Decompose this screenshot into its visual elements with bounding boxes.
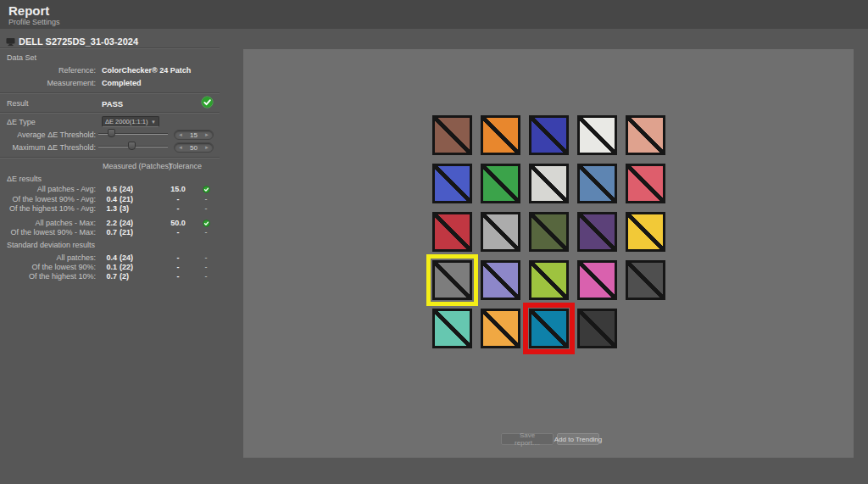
color-patch[interactable] [529, 164, 569, 203]
arrow-left-icon[interactable]: ◄ [178, 132, 183, 137]
row-status: - [199, 195, 213, 203]
tolerance-value: 50.0 [167, 219, 189, 227]
max-threshold-label: Maximum ΔE Threshold: [0, 143, 96, 152]
arrow-left-icon[interactable]: ◄ [178, 145, 183, 150]
de-results-section-label: ΔE results [7, 175, 42, 183]
row-status: - [199, 228, 213, 236]
color-patch[interactable] [577, 212, 617, 252]
row-status: - [199, 272, 213, 281]
row-label: Of the lowest 90%: [0, 263, 96, 271]
color-patch[interactable] [481, 260, 520, 300]
result-row: Of the highest 10% - Avg:1.3(3)-- [0, 204, 220, 214]
result-row: All patches:0.4(24)-- [0, 253, 220, 263]
row-label: All patches - Max: [0, 219, 96, 227]
tolerance-value: - [167, 228, 189, 236]
patch-count: (2) [120, 272, 129, 281]
color-patch[interactable] [529, 260, 569, 300]
page-subtitle: Profile Settings [8, 18, 60, 26]
color-patch[interactable] [432, 309, 472, 348]
measured-value: 0.4 [100, 195, 117, 203]
color-patch[interactable] [432, 212, 472, 252]
row-label: All patches - Avg: [0, 185, 96, 193]
measured-column-header: Measured (Patches) [103, 162, 171, 170]
tolerance-value: - [167, 195, 189, 203]
de-type-dropdown[interactable]: ΔE 2000(1:1:1) ▼ [102, 116, 159, 127]
de-type-selected: ΔE 2000(1:1:1) [105, 118, 147, 125]
row-label: Of the lowest 90% - Max: [0, 228, 96, 236]
color-patch[interactable] [577, 164, 617, 203]
avg-threshold-value: 15 [190, 131, 198, 139]
avg-threshold-stepper[interactable]: ◄ 15 ► [174, 130, 214, 140]
color-patch[interactable] [432, 115, 472, 155]
color-patch[interactable] [577, 115, 617, 155]
avg-threshold-slider[interactable] [98, 128, 168, 138]
patch-count: (21) [120, 228, 133, 236]
measured-value: 0.5 [100, 185, 117, 193]
color-patch[interactable] [577, 260, 617, 300]
measured-value: 0.7 [100, 228, 117, 236]
device-header: DELL S2725DS_31-03-2024 [6, 36, 138, 47]
arrow-right-icon[interactable]: ► [204, 145, 209, 150]
color-patch[interactable] [529, 115, 569, 155]
tolerance-value: 15.0 [167, 185, 189, 193]
result-row: Of the lowest 90%:0.1(22)-- [0, 263, 220, 272]
tolerance-value: - [167, 204, 189, 213]
color-patch[interactable] [529, 212, 569, 252]
divider [0, 92, 220, 94]
top-header-bar [0, 0, 868, 29]
measured-value: 0.1 [100, 263, 117, 271]
colorchecker-patch-grid [432, 115, 678, 361]
color-patch[interactable] [481, 115, 520, 155]
chevron-down-icon: ▼ [151, 120, 156, 125]
color-patch[interactable] [626, 115, 665, 155]
arrow-right-icon[interactable]: ► [204, 132, 209, 137]
pass-check-icon [201, 96, 214, 108]
tolerance-column-header: Tolerance [169, 162, 202, 170]
color-patch[interactable] [481, 309, 520, 348]
measurement-label: Measurement: [0, 79, 96, 87]
divider [0, 157, 220, 159]
device-name: DELL S2725DS_31-03-2024 [19, 36, 138, 47]
color-patch[interactable] [626, 260, 665, 300]
color-patch[interactable] [626, 212, 665, 252]
row-label: Of the lowest 90% - Avg: [0, 195, 96, 203]
slider-handle[interactable] [108, 129, 115, 137]
max-threshold-stepper[interactable]: ◄ 50 ► [174, 142, 214, 153]
tolerance-value: - [167, 272, 189, 281]
sd-results-section-label: Standard deviation results [7, 241, 95, 249]
de-type-label: ΔE Type [7, 118, 36, 126]
row-label: Of the highest 10%: [0, 272, 96, 281]
result-row: All patches - Avg:0.5(24)15.0 [0, 185, 220, 194]
row-label: Of the highest 10% - Avg: [0, 204, 96, 213]
color-patch[interactable] [626, 164, 665, 203]
avg-threshold-label: Average ΔE Threshold: [0, 131, 96, 139]
result-label: Result [7, 99, 29, 108]
divider [0, 112, 220, 114]
measurement-value: Completed [102, 79, 142, 87]
row-status: - [199, 263, 213, 271]
measured-value: 0.4 [100, 253, 117, 262]
color-patch-highlighted-red[interactable] [529, 309, 569, 348]
patch-count: (24) [120, 253, 133, 262]
result-row: Of the lowest 90% - Avg:0.4(21)-- [0, 195, 220, 204]
tolerance-value: - [167, 253, 189, 262]
patch-count: (21) [120, 195, 133, 203]
measured-value: 1.3 [100, 204, 117, 213]
add-to-trending-button[interactable]: Add to Trending [557, 433, 599, 445]
result-row: All patches - Max:2.2(24)50.0 [0, 219, 220, 228]
row-label: All patches: [0, 253, 96, 262]
slider-handle[interactable] [128, 142, 136, 150]
save-report-button[interactable]: Save report.... [501, 433, 554, 445]
color-patch[interactable] [481, 164, 520, 203]
data-set-section-label: Data Set [7, 53, 36, 62]
color-patch[interactable] [481, 212, 520, 252]
color-patch[interactable] [432, 164, 472, 203]
pass-check-icon [199, 185, 213, 193]
tolerance-value: - [167, 263, 189, 271]
color-patch[interactable] [577, 309, 617, 348]
result-value: PASS [102, 99, 123, 108]
max-threshold-slider[interactable] [98, 141, 168, 151]
reference-label: Reference: [0, 66, 96, 75]
reference-value: ColorChecker® 24 Patch [102, 66, 191, 75]
color-patch-highlighted-yellow[interactable] [432, 260, 472, 300]
